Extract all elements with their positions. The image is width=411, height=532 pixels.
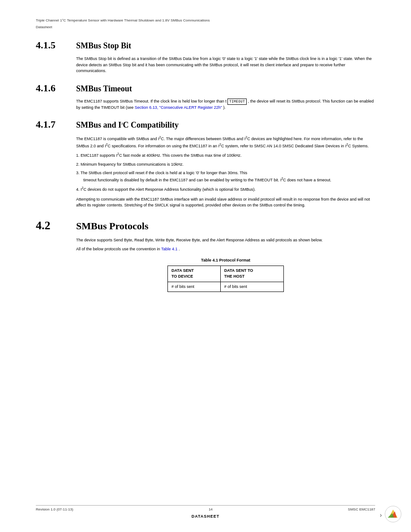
section-42-convention: All of the below protocols use the conve… <box>76 246 375 253</box>
section-415-body: The SMBus Stop bit is defined as a trans… <box>76 56 375 74</box>
section-415-title: SMBus Stop Bit <box>76 40 131 51</box>
table-title: Table 4.1 Protocol Format <box>76 257 375 264</box>
list-item-4: 4. I2C devices do not support the Alert … <box>76 186 375 193</box>
section-416-number: 4.1.6 <box>36 82 76 95</box>
footer: Revision 1.0 (07-11-13) 14 SMSC EMC1187 … <box>0 505 411 519</box>
section-42-title: SMBus Protocols <box>76 219 149 233</box>
superscript-2c: 2 <box>121 122 123 125</box>
section-42-number: 4.2 <box>36 218 76 234</box>
list-item-3: 3. The SMBus client protocol will reset … <box>76 170 375 183</box>
section-416-body: The EMC1187 supports SMBus Timeout. If t… <box>76 99 375 111</box>
section-416-title: SMBus Timeout <box>76 83 132 94</box>
section-417-footer: Attempting to communicate with the EMC11… <box>76 197 375 209</box>
list-item-2: 2. Minimum frequency for SMBus communica… <box>76 162 375 168</box>
section-42-intro: The device supports Send Byte, Read Byte… <box>76 237 375 244</box>
yocto-logo <box>384 505 402 523</box>
table-header-device: DATA SENTTO DEVICE <box>168 266 221 282</box>
table-container: Table 4.1 Protocol Format DATA SENTTO DE… <box>76 257 375 292</box>
document-type: Datasheet <box>36 25 375 30</box>
list-item-1: 1. EMC1187 supports I2C fast mode at 400… <box>76 152 375 159</box>
document-title: Triple Channel 1°C Temperature Sensor wi… <box>36 18 375 23</box>
table-header-row: DATA SENTTO DEVICE DATA SENT TOTHE HOST <box>168 266 284 282</box>
timeout-box: TIMEOUT <box>227 99 247 104</box>
section-417-number: 4.1.7 <box>36 118 76 132</box>
page: Triple Channel 1°C Temperature Sensor wi… <box>0 0 411 532</box>
section-416-text-part1: The EMC1187 supports SMBus Timeout. If t… <box>76 99 227 103</box>
section-417-heading: 4.1.7 SMBus and I2C Compatibility <box>36 118 375 132</box>
section-416-heading: 4.1.6 SMBus Timeout <box>36 82 375 95</box>
footer-revision: Revision 1.0 (07-11-13) <box>36 507 73 511</box>
section-417-body: The EMC1187 is compatible with SMBus and… <box>76 135 375 209</box>
footer-line: Revision 1.0 (07-11-13) 14 SMSC EMC1187 <box>36 505 375 511</box>
section-415-heading: 4.1.5 SMBus Stop Bit <box>36 39 375 52</box>
section-42-body: The device supports Send Byte, Read Byte… <box>76 237 375 292</box>
section-417-intro: The EMC1187 is compatible with SMBus and… <box>76 135 375 149</box>
section-416-text: The EMC1187 supports SMBus Timeout. If t… <box>76 99 375 111</box>
section-416-text-part3: ). <box>223 105 226 110</box>
footer-page: 14 <box>209 507 213 511</box>
section-link[interactable]: Section 6.13, "Consecutive ALERT Registe… <box>135 105 222 110</box>
table-row: # of bits sent # of bits sent <box>168 282 284 292</box>
table-41-link[interactable]: Table 4.1 <box>161 247 178 251</box>
list-item-3-indent: timeout functionality is disabled by def… <box>76 176 375 184</box>
protocol-table: DATA SENTTO DEVICE DATA SENT TOTHE HOST … <box>167 266 284 292</box>
table-cell-device: # of bits sent <box>168 282 221 292</box>
page-content: Triple Channel 1°C Temperature Sensor wi… <box>0 0 411 328</box>
footer-product: SMSC EMC1187 <box>348 507 375 511</box>
table-header-host: DATA SENT TOTHE HOST <box>220 266 283 282</box>
nav-arrow-right[interactable]: › <box>380 511 382 519</box>
section-42-heading: 4.2 SMBus Protocols <box>36 218 375 234</box>
table-cell-host: # of bits sent <box>220 282 283 292</box>
section-415-text: The SMBus Stop bit is defined as a trans… <box>76 56 375 74</box>
footer-datasheet: DATASHEET <box>36 514 375 519</box>
section-415-number: 4.1.5 <box>36 39 76 52</box>
section-417-title: SMBus and I2C Compatibility <box>76 120 179 131</box>
